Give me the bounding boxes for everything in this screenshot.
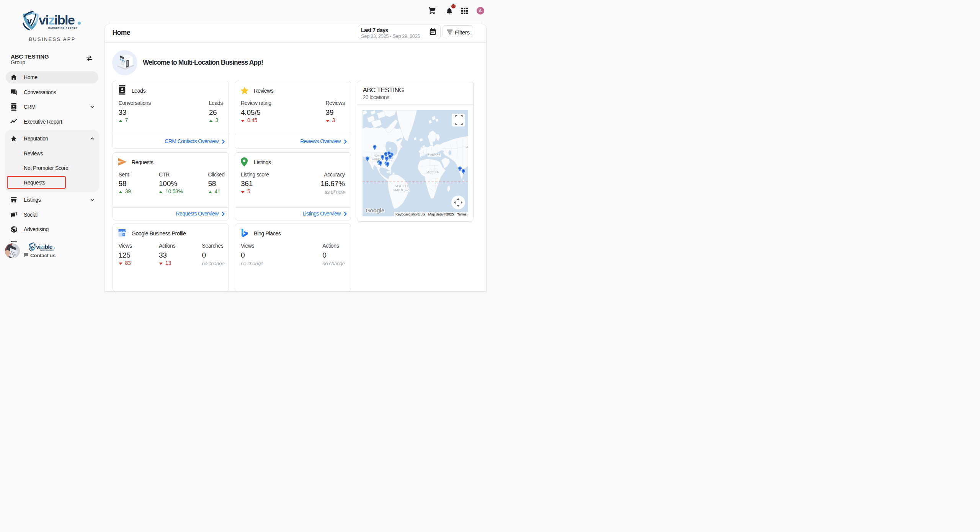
svg-text:v: v: [27, 15, 32, 26]
svg-text:EUROPE: EUROPE: [428, 153, 441, 157]
svg-text:SOUTH: SOUTH: [395, 184, 408, 188]
svg-text:Keyboard shortcuts: Keyboard shortcuts: [395, 212, 425, 216]
svg-text:Map data ©2025: Map data ©2025: [428, 212, 454, 216]
svg-text:AFRICA: AFRICA: [428, 170, 439, 173]
svg-text:Terms: Terms: [457, 212, 467, 216]
svg-text:Google: Google: [366, 207, 384, 214]
svg-text:v: v: [31, 245, 33, 249]
svg-text:AMERICA: AMERICA: [393, 188, 410, 192]
svg-text:MARKETING AGENCY: MARKETING AGENCY: [48, 27, 78, 29]
svg-text:MARKETING AGENCY: MARKETING AGENCY: [40, 250, 54, 251]
svg-text:G: G: [123, 233, 125, 236]
svg-text:vizible: vizible: [39, 13, 75, 27]
svg-text:vizible: vizible: [36, 243, 53, 250]
svg-text:A: A: [466, 145, 468, 149]
